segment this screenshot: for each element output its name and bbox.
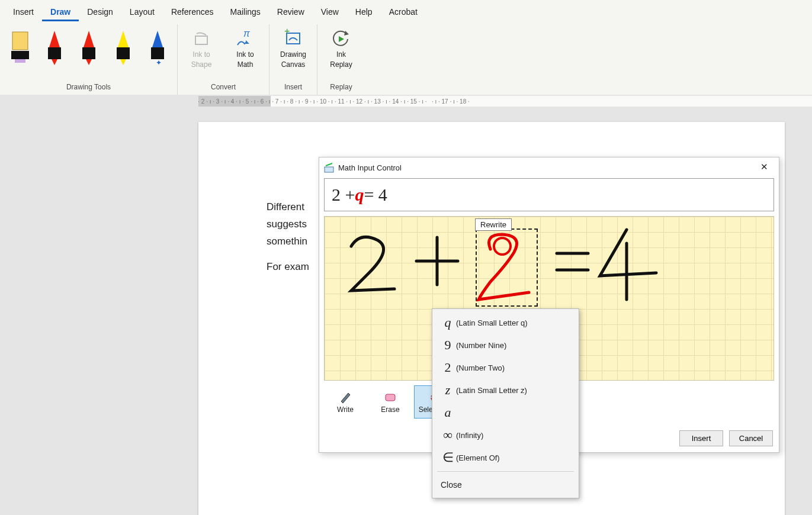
recognized-equation-box: 2 + q = 4 — [324, 178, 774, 211]
group-label-replay: Replay — [323, 83, 359, 93]
tab-view[interactable]: View — [313, 2, 347, 21]
cancel-button[interactable]: Cancel — [729, 430, 773, 446]
ink-replay-button[interactable]: Ink Replay — [323, 28, 359, 69]
ctx-item-infinity[interactable]: ∞ (Infinity) — [432, 424, 579, 446]
correction-context-menu: q (Latin Small Letter q) 9 (Number Nine)… — [432, 308, 579, 498]
ctx-item-q[interactable]: q (Latin Small Letter q) — [432, 311, 579, 334]
ctx-item-a[interactable]: a — [432, 401, 579, 424]
ink-to-math-icon: π — [235, 28, 255, 49]
ctx-desc: (Latin Small Letter z) — [456, 386, 527, 395]
ctx-sym: 9 — [439, 337, 456, 353]
ctx-sym: q — [439, 315, 456, 330]
svg-rect-2 — [15, 59, 25, 63]
ctx-item-element-of[interactable]: ∈ (Element Of) — [432, 446, 579, 469]
ctx-sym: a — [439, 405, 456, 420]
svg-marker-19 — [339, 36, 344, 42]
svg-rect-13 — [151, 47, 164, 59]
ctx-sym: 2 — [439, 360, 456, 375]
group-label-insert: Insert — [275, 83, 311, 93]
svg-marker-5 — [52, 59, 57, 65]
ink-replay-label-l2: Replay — [330, 60, 352, 69]
erase-tool-button[interactable]: Erase — [369, 385, 412, 419]
ink-to-shape-label-l1: Ink to — [192, 50, 210, 59]
tab-design[interactable]: Design — [79, 2, 121, 21]
ctx-sym: ∈ — [439, 450, 456, 465]
ink-replay-label-l1: Ink — [336, 50, 346, 59]
ctx-desc: (Latin Small Letter q) — [456, 318, 528, 327]
pen-highlighter-yellow[interactable] — [7, 28, 33, 66]
svg-rect-22 — [386, 394, 395, 401]
svg-marker-9 — [118, 31, 129, 47]
ink-to-shape-button: Ink to Shape — [184, 28, 219, 69]
ctx-desc: (Number Nine) — [456, 341, 506, 350]
ink-to-shape-label-l2: Shape — [191, 60, 212, 69]
ctx-separator — [437, 471, 574, 472]
ink-to-math-button[interactable]: π Ink to Math — [227, 28, 263, 69]
ctx-close-item[interactable]: Close — [432, 474, 579, 495]
tab-layout[interactable]: Layout — [121, 2, 163, 21]
write-tool-label: Write — [337, 405, 354, 414]
dialog-title: Math Input Control — [338, 163, 402, 172]
dialog-titlebar[interactable]: Math Input Control ✕ — [319, 157, 779, 178]
svg-marker-3 — [49, 31, 60, 47]
ink-replay-icon — [331, 28, 351, 49]
svg-rect-1 — [11, 51, 29, 59]
svg-marker-11 — [120, 59, 126, 65]
eraser-icon — [384, 391, 397, 404]
erase-tool-label: Erase — [381, 405, 399, 414]
ink-to-shape-icon — [191, 28, 211, 49]
svg-point-21 — [494, 238, 511, 255]
group-label-drawing-tools: Drawing Tools — [6, 83, 171, 93]
pen-icon — [339, 391, 352, 404]
tab-insert[interactable]: Insert — [5, 2, 42, 21]
ctx-sym: ∞ — [439, 427, 456, 443]
rewrite-tooltip: Rewrite — [475, 218, 512, 231]
svg-rect-10 — [117, 47, 130, 59]
insert-button[interactable]: Insert — [679, 430, 723, 446]
dialog-footer: Insert Cancel — [679, 430, 773, 446]
close-icon: ✕ — [760, 162, 768, 172]
drawing-canvas-icon: + — [283, 28, 303, 49]
recognized-prefix: 2 + — [332, 185, 355, 205]
drawing-canvas-label-l1: Drawing — [280, 50, 306, 59]
pen-highlighter-yellow-2[interactable] — [110, 28, 136, 66]
ctx-sym: z — [439, 382, 456, 398]
svg-marker-12 — [152, 31, 163, 47]
pen-red-2[interactable] — [76, 28, 102, 66]
horizontal-ruler[interactable]: · 2 · ı · 1 · ı · ı · 1 · ı · 2 · ı · 3 … — [198, 96, 812, 107]
svg-text:✦: ✦ — [156, 59, 162, 66]
ctx-item-2[interactable]: 2 (Number Two) — [432, 356, 579, 379]
svg-marker-6 — [84, 31, 94, 47]
svg-marker-8 — [86, 59, 92, 65]
drawing-canvas-button[interactable]: + Drawing Canvas — [275, 28, 311, 69]
pen-blue-sparkle[interactable]: ✦ — [145, 28, 171, 66]
recognized-highlight: q — [355, 185, 364, 205]
ctx-desc: (Number Two) — [456, 363, 505, 372]
ctx-item-z[interactable]: z (Latin Small Letter z) — [432, 379, 579, 401]
drawing-canvas-label-l2: Canvas — [281, 60, 306, 69]
tab-review[interactable]: Review — [269, 2, 313, 21]
tab-help[interactable]: Help — [347, 2, 381, 21]
pen-red-1[interactable] — [41, 28, 68, 66]
svg-rect-4 — [48, 47, 61, 59]
menu-bar: Insert Draw Design Layout References Mai… — [0, 0, 812, 21]
tab-draw[interactable]: Draw — [42, 2, 79, 21]
dialog-close-button[interactable]: ✕ — [752, 157, 776, 176]
tab-acrobat[interactable]: Acrobat — [381, 2, 426, 21]
recognized-suffix: = 4 — [364, 185, 387, 205]
math-input-icon — [324, 163, 335, 173]
svg-rect-15 — [195, 36, 207, 44]
ink-to-math-label-l2: Math — [237, 60, 253, 69]
svg-rect-0 — [12, 32, 28, 50]
tab-mailings[interactable]: Mailings — [222, 2, 268, 21]
write-tool-button[interactable]: Write — [324, 385, 367, 419]
tab-references[interactable]: References — [163, 2, 222, 21]
group-label-convert: Convert — [184, 83, 263, 93]
ink-to-math-label-l1: Ink to — [236, 50, 253, 59]
svg-rect-7 — [82, 47, 95, 59]
ctx-desc: (Infinity) — [456, 431, 483, 440]
ribbon: ✦ Drawing Tools Ink to Shape π Ink to Ma… — [0, 21, 812, 95]
ctx-item-9[interactable]: 9 (Number Nine) — [432, 334, 579, 356]
ruler-row: · 2 · ı · 1 · ı · ı · 1 · ı · 2 · ı · 3 … — [0, 95, 812, 109]
ctx-desc: (Element Of) — [456, 453, 500, 462]
